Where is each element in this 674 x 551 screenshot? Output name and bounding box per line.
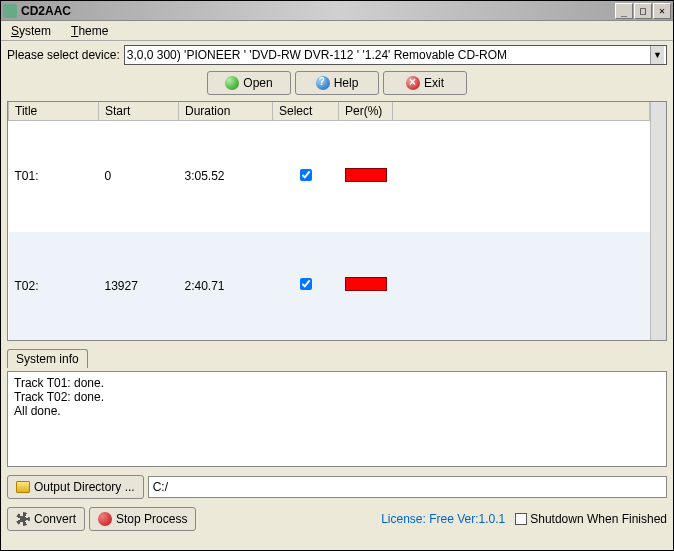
device-value: 3,0,0 300) 'PIONEER ' 'DVD-RW DVR-112 ' … (127, 48, 507, 62)
exit-label: Exit (424, 76, 444, 90)
app-icon (3, 4, 17, 18)
device-select[interactable]: 3,0,0 300) 'PIONEER ' 'DVD-RW DVR-112 ' … (124, 45, 667, 65)
col-select[interactable]: Select (273, 102, 339, 121)
gear-icon (16, 512, 30, 526)
menu-theme[interactable]: Theme (65, 22, 114, 40)
convert-button[interactable]: Convert (7, 507, 85, 531)
cell-start: 0 (99, 121, 179, 232)
table-row[interactable]: T01: 0 3:05.52 (9, 121, 650, 232)
col-per[interactable]: Per(%) (339, 102, 393, 121)
log-output: Track T01: done. Track T02: done. All do… (7, 371, 667, 467)
open-button[interactable]: Open (207, 71, 291, 95)
cell-start: 13927 (99, 232, 179, 340)
convert-label: Convert (34, 512, 76, 526)
device-label: Please select device: (7, 48, 120, 62)
output-path-value: C:/ (153, 480, 168, 494)
cell-select (273, 232, 339, 340)
exit-icon (406, 76, 420, 90)
cell-title: T02: (9, 232, 99, 340)
chevron-down-icon: ▼ (650, 46, 664, 64)
maximize-button[interactable]: □ (634, 3, 652, 19)
col-duration[interactable]: Duration (179, 102, 273, 121)
cell-title: T01: (9, 121, 99, 232)
cell-duration: 3:05.52 (179, 121, 273, 232)
track-table-wrap: Title Start Duration Select Per(%) T01: … (7, 101, 667, 341)
progress-bar (345, 168, 387, 182)
output-directory-button[interactable]: Output Directory ... (7, 475, 144, 499)
minimize-button[interactable]: _ (615, 3, 633, 19)
cell-duration: 2:40.71 (179, 232, 273, 340)
open-icon (225, 76, 239, 90)
progress-bar (345, 277, 387, 291)
toolbar: Open Help Exit (7, 71, 667, 95)
folder-icon (16, 481, 30, 493)
bottom-row: Convert Stop Process License: Free Ver:1… (7, 507, 667, 531)
vertical-scrollbar[interactable] (650, 102, 666, 340)
shutdown-option[interactable]: Shutdown When Finished (515, 512, 667, 526)
stop-label: Stop Process (116, 512, 187, 526)
output-directory-label: Output Directory ... (34, 480, 135, 494)
window-title: CD2AAC (21, 4, 615, 18)
help-button[interactable]: Help (295, 71, 379, 95)
table-row[interactable]: T02: 13927 2:40.71 (9, 232, 650, 340)
output-path-field[interactable]: C:/ (148, 476, 667, 498)
row-checkbox[interactable] (300, 169, 312, 181)
stop-icon (98, 512, 112, 526)
shutdown-checkbox[interactable] (515, 513, 527, 525)
col-spacer (393, 102, 650, 121)
app-window: CD2AAC _ □ ✕ System Theme Please select … (0, 0, 674, 551)
device-row: Please select device: 3,0,0 300) 'PIONEE… (7, 45, 667, 65)
close-button[interactable]: ✕ (653, 3, 671, 19)
open-label: Open (243, 76, 272, 90)
exit-button[interactable]: Exit (383, 71, 467, 95)
menu-system[interactable]: System (5, 22, 57, 40)
titlebar: CD2AAC _ □ ✕ (1, 1, 673, 21)
col-title[interactable]: Title (9, 102, 99, 121)
row-checkbox[interactable] (300, 278, 312, 290)
help-label: Help (334, 76, 359, 90)
stop-process-button[interactable]: Stop Process (89, 507, 196, 531)
cell-select (273, 121, 339, 232)
license-text: License: Free Ver:1.0.1 (200, 512, 511, 526)
menubar: System Theme (1, 21, 673, 41)
output-row: Output Directory ... C:/ (7, 475, 667, 499)
table-header-row: Title Start Duration Select Per(%) (9, 102, 650, 121)
tab-system-info[interactable]: System info (7, 349, 88, 368)
help-icon (316, 76, 330, 90)
tab-bar: System info (7, 349, 667, 368)
cell-per (339, 121, 393, 232)
cell-per (339, 232, 393, 340)
shutdown-label: Shutdown When Finished (530, 512, 667, 526)
window-controls: _ □ ✕ (615, 3, 671, 19)
col-start[interactable]: Start (99, 102, 179, 121)
track-table: Title Start Duration Select Per(%) T01: … (8, 102, 650, 340)
content-area: Please select device: 3,0,0 300) 'PIONEE… (1, 41, 673, 550)
